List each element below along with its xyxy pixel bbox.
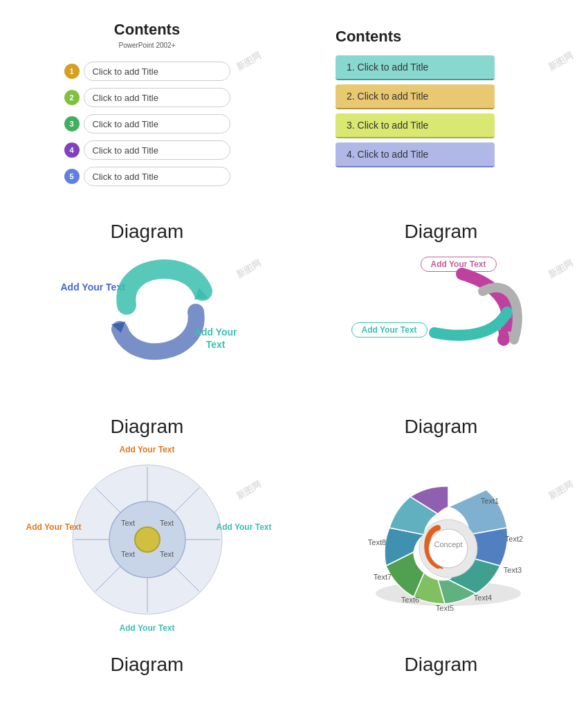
cell-contents-right: Contents 1. Click to add Title2. Click t… [294, 0, 588, 200]
cell-diagram3-left: Diagram [0, 633, 294, 683]
contents-item-left-3: 3 Click to add Title [64, 114, 230, 133]
svg-text:Text7: Text7 [373, 573, 391, 581]
bar-2[interactable]: Click to add Title [84, 88, 230, 107]
svg-text:Text3: Text3 [503, 566, 521, 574]
cell-diagram2-left: Diagram Add Your Text Add Your Text Add … [0, 402, 294, 633]
diagram2-left-top-label: Add Your Text [119, 445, 174, 454]
stacked-item-right-4[interactable]: 4. Click to add Title [336, 142, 495, 167]
diagram-curved-right: Add Your Text Add Your Text [344, 250, 538, 388]
svg-text:Text8: Text8 [367, 538, 385, 546]
diagram-circle-left: Add Your Text Add Your Text Add Your Tex… [68, 460, 227, 619]
diagram2-left-title: Diagram [111, 416, 184, 438]
diagram2-left-bottom-label: Add Your Text [119, 623, 174, 633]
svg-text:Concept: Concept [434, 540, 462, 549]
contents-left-title: Contents [114, 21, 180, 39]
stacked-item-right-3[interactable]: 3. Click to add Title [336, 113, 495, 138]
diagram-circular-left: Add Your Text [57, 250, 237, 388]
svg-text:Text2: Text2 [504, 535, 522, 543]
badge-4: 4 [64, 142, 80, 158]
badge-5: 5 [64, 169, 80, 184]
contents-left-subtitle: PowerPoint 2002+ [118, 42, 175, 49]
donut-svg: Concept Text1 Text2 Text3 Text4 Text5 Te… [348, 445, 535, 618]
cell-diagram3-right: Diagram [294, 633, 588, 683]
svg-point-6 [135, 527, 160, 552]
diagram3-right-title: Diagram [405, 654, 478, 676]
bar-1[interactable]: Click to add Title [84, 62, 230, 81]
diagram2-right-title: Diagram [405, 416, 478, 438]
diagram2-left-left-label: Add Your Text [26, 522, 82, 532]
svg-point-13 [429, 529, 468, 568]
stacked-item-right-1[interactable]: 1. Click to add Title [336, 55, 495, 80]
diagram1-left-title: Diagram [111, 221, 184, 243]
diagram3-left-title: Diagram [111, 654, 184, 676]
cell-diagram1-left: Diagram Add Your Text [0, 200, 294, 402]
contents-item-left-5: 5 Click to add Title [64, 167, 230, 186]
diagram1-right-title: Diagram [405, 221, 478, 243]
bar-3[interactable]: Click to add Title [84, 114, 230, 133]
svg-text:Text: Text [159, 550, 173, 558]
svg-text:Text4: Text4 [473, 593, 491, 602]
contents-stacked-right: 1. Click to add Title2. Click to add Tit… [336, 55, 495, 167]
cell-contents-left: Contents PowerPoint 2002+ 1 Click to add… [0, 0, 294, 200]
contents-list-left: 1 Click to add Title 2 Click to add Titl… [64, 62, 230, 186]
cell-diagram1-right: Diagram Add Your Text Add Your Text [294, 200, 588, 402]
stacked-item-right-2[interactable]: 2. Click to add Title [336, 84, 495, 109]
svg-text:Text6: Text6 [401, 596, 419, 604]
badge-1: 1 [64, 64, 80, 79]
contents-item-left-4: 4 Click to add Title [64, 140, 230, 160]
diagram-donut-right: Concept Text1 Text2 Text3 Text4 Text5 Te… [348, 445, 535, 618]
diagram1-left-label2: Add YourText [194, 326, 237, 351]
bar-4[interactable]: Click to add Title [84, 140, 230, 160]
svg-text:Text: Text [120, 550, 134, 558]
svg-text:Text: Text [120, 519, 134, 527]
cell-diagram2-right: Diagram [294, 402, 588, 633]
page: Contents PowerPoint 2002+ 1 Click to add… [0, 0, 588, 683]
contents-item-left-2: 2 Click to add Title [64, 88, 230, 107]
diagram2-left-right-label: Add Your Text [216, 522, 271, 532]
contents-item-left-1: 1 Click to add Title [64, 62, 230, 81]
svg-text:Text5: Text5 [435, 604, 453, 612]
bar-5[interactable]: Click to add Title [84, 167, 230, 186]
contents-right-title: Contents [336, 28, 401, 46]
badge-3: 3 [64, 116, 80, 131]
circle-diagram-svg: Text Text Text Text [68, 460, 227, 619]
svg-text:Text: Text [159, 519, 173, 527]
curved-arrows-svg [344, 250, 538, 388]
badge-2: 2 [64, 90, 80, 105]
svg-text:Text1: Text1 [480, 497, 498, 505]
circular-arrows-svg [92, 250, 230, 381]
